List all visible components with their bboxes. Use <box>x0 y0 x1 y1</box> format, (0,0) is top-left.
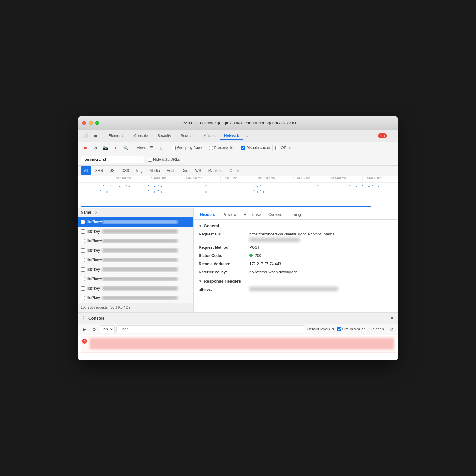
offline-label: Offline <box>281 146 291 150</box>
type-btn-media[interactable]: Media <box>146 166 163 175</box>
type-btn-doc[interactable]: Doc <box>178 166 191 175</box>
remote-address-row: Remote Address: 172.217.27.74:443 <box>199 261 393 267</box>
type-btn-js[interactable]: JS <box>107 166 118 175</box>
svg-point-6 <box>154 186 155 187</box>
tab-icons: ⬜ ▣ <box>81 132 100 140</box>
detail-tab-headers[interactable]: Headers <box>196 210 219 219</box>
preserve-log-checkbox[interactable] <box>209 146 213 150</box>
network-row-1[interactable]: list?key=████████████████████████████ <box>78 227 193 236</box>
detail-tab-preview[interactable]: Preview <box>219 210 240 219</box>
maximize-button[interactable] <box>95 121 99 125</box>
close-button[interactable] <box>82 121 86 125</box>
alt-svc-row: alt-svc: ███████████████████████████████… <box>199 287 393 298</box>
detail-tab-timing[interactable]: Timing <box>286 210 305 219</box>
row-checkbox-1[interactable] <box>81 229 85 234</box>
network-row-0[interactable]: list?key=████████████████████████████ <box>78 217 193 227</box>
referrer-policy-label: Referrer Policy: <box>199 269 249 275</box>
console-block-btn[interactable]: ⊘ <box>90 325 98 333</box>
tick-6: 1200000 ms <box>291 176 327 182</box>
tick-2: 400000 ms <box>149 176 185 182</box>
svg-point-9 <box>205 185 207 186</box>
group-similar-control: Group similar <box>337 327 365 331</box>
row-checkbox-7[interactable] <box>81 286 85 291</box>
type-btn-all[interactable]: All <box>81 166 91 175</box>
console-filter-input[interactable] <box>116 325 305 333</box>
network-row-2[interactable]: list?key=████████████████████████████ <box>78 236 193 246</box>
detail-tab-response[interactable]: Response <box>240 210 265 219</box>
console-context-select[interactable]: top <box>100 325 115 333</box>
type-btn-img[interactable]: Img <box>133 166 146 175</box>
tick-4: 800000 ms <box>220 176 256 182</box>
separator-3 <box>206 145 206 151</box>
tab-console[interactable]: Console <box>129 132 152 140</box>
svg-point-26 <box>205 191 207 193</box>
network-row-3[interactable]: list?key=████████████████████████████ <box>78 246 193 255</box>
row-name-4: list?key=████████████████████████████ <box>87 258 191 262</box>
request-summary: 10 / 256 requests | 36.2 KB / 2.9 ... <box>81 305 135 309</box>
status-code-row: Status Code: 200 <box>199 253 393 259</box>
detail-tab-cookies[interactable]: Cookies <box>265 210 286 219</box>
close-details-button[interactable]: × <box>95 210 97 215</box>
row-checkbox-5[interactable] <box>81 267 85 272</box>
type-btn-xhr[interactable]: XHR <box>92 166 106 175</box>
filter-input[interactable] <box>81 156 144 163</box>
network-list-header: Name × <box>78 208 193 217</box>
device-icon-btn[interactable]: ▣ <box>91 132 100 140</box>
row-checkbox-2[interactable] <box>81 239 85 243</box>
console-levels-select[interactable]: Default levels ▼ <box>307 327 335 331</box>
filter-button[interactable]: ▼ <box>111 144 120 152</box>
group-similar-checkbox[interactable] <box>337 327 341 331</box>
console-header: ⋮ Console × <box>78 313 398 324</box>
row-name-8: list?key=████████████████████████████ <box>87 296 191 300</box>
tick-5: 1000000 ms <box>256 176 291 182</box>
type-btn-manifest[interactable]: Manifest <box>205 166 226 175</box>
devtools-menu-button[interactable]: ⋮ <box>390 132 395 139</box>
search-button[interactable]: 🔍 <box>121 144 130 152</box>
row-checkbox-4[interactable] <box>81 258 85 262</box>
svg-point-10 <box>254 185 255 186</box>
console-drag-handle[interactable]: ⋮ <box>81 315 86 321</box>
network-row-5[interactable]: list?key=████████████████████████████ <box>78 265 193 274</box>
remote-address-label: Remote Address: <box>199 261 249 267</box>
network-row-8[interactable]: list?key=████████████████████████████ <box>78 293 193 303</box>
alt-svc-value: ████████████████████████████████████ <box>249 287 338 298</box>
more-tabs-button[interactable]: » <box>244 133 251 139</box>
devtools-window: DevTools - calendar.google.com/calendar/… <box>78 116 398 360</box>
network-row-4[interactable]: list?key=████████████████████████████ <box>78 255 193 265</box>
row-name-5: list?key=████████████████████████████ <box>87 267 191 272</box>
offline-control: Offline <box>275 146 291 150</box>
console-error-icon: ✕ <box>82 339 87 344</box>
list-view-button[interactable]: ☰ <box>147 144 156 152</box>
tab-audits[interactable]: Audits <box>199 132 219 140</box>
tab-network[interactable]: Network <box>220 132 243 140</box>
network-row-7[interactable]: list?key=████████████████████████████ <box>78 284 193 293</box>
tab-security[interactable]: Security <box>153 132 175 140</box>
row-checkbox-3[interactable] <box>81 248 85 253</box>
row-checkbox-0[interactable] <box>81 220 85 224</box>
tab-elements[interactable]: Elements <box>104 132 129 140</box>
hide-data-urls-checkbox[interactable] <box>148 158 152 162</box>
svg-point-25 <box>161 191 162 193</box>
view-label: View: <box>137 146 146 150</box>
minimize-button[interactable] <box>89 121 93 125</box>
cursor-icon-btn[interactable]: ⬜ <box>81 132 90 140</box>
type-btn-css[interactable]: CSS <box>118 166 133 175</box>
console-close-button[interactable]: × <box>389 315 395 321</box>
type-btn-ws[interactable]: WS <box>192 166 204 175</box>
group-by-frame-checkbox[interactable] <box>172 146 176 150</box>
record-button[interactable]: ⏺ <box>81 144 90 152</box>
row-checkbox-8[interactable] <box>81 296 85 300</box>
waterfall-view-button[interactable]: ⊟ <box>157 144 166 152</box>
type-btn-font[interactable]: Font <box>164 166 178 175</box>
console-settings-button[interactable]: ⚙ <box>388 326 395 333</box>
offline-checkbox[interactable] <box>275 146 279 150</box>
clear-button[interactable]: ⊘ <box>91 144 100 152</box>
tab-sources[interactable]: Sources <box>176 132 199 140</box>
network-row-6[interactable]: list?key=████████████████████████████ <box>78 274 193 284</box>
console-expand-row[interactable]: › <box>81 353 395 359</box>
row-checkbox-6[interactable] <box>81 277 85 281</box>
disable-cache-checkbox[interactable] <box>241 146 245 150</box>
type-btn-other[interactable]: Other <box>226 166 242 175</box>
console-play-btn[interactable]: ▶ <box>81 325 88 333</box>
camera-button[interactable]: 📷 <box>101 144 110 152</box>
